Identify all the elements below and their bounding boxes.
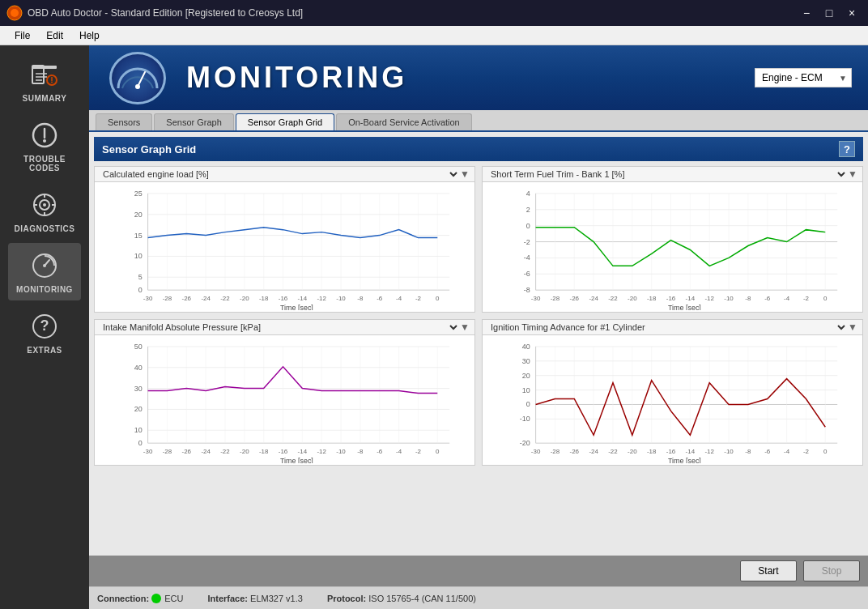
svg-text:-12: -12 — [317, 295, 326, 302]
tab-bar: Sensors Sensor Graph Sensor Graph Grid O… — [89, 110, 868, 132]
chart2-select[interactable]: Short Term Fuel Trim - Bank 1 [%] — [487, 168, 848, 180]
svg-text:-2: -2 — [803, 448, 810, 455]
svg-text:-6: -6 — [764, 295, 771, 302]
chart3-svg: 50 40 30 20 10 0 -30 -28 -26 -24 -22 — [95, 339, 474, 463]
minimize-button[interactable]: − — [797, 5, 816, 21]
svg-text:-20: -20 — [628, 448, 637, 455]
svg-text:-30: -30 — [143, 295, 153, 302]
chart3-select[interactable]: Intake Manifold Absolute Pressure [kPa] — [100, 322, 460, 333]
svg-point-22 — [43, 264, 46, 267]
tab-sensor-graph[interactable]: Sensor Graph — [154, 113, 233, 130]
svg-text:-12: -12 — [704, 448, 714, 455]
svg-text:-30: -30 — [143, 448, 153, 455]
tab-sensor-graph-grid[interactable]: Sensor Graph Grid — [236, 113, 334, 130]
svg-text:-6: -6 — [524, 270, 530, 278]
svg-text:5: 5 — [138, 273, 143, 281]
svg-text:-18: -18 — [259, 295, 269, 302]
status-bar: Connection: ECU Interface: ELM327 v1.3 P… — [89, 586, 868, 609]
svg-text:0: 0 — [436, 448, 440, 455]
svg-text:-16: -16 — [666, 295, 676, 302]
svg-text:-24: -24 — [589, 295, 598, 302]
chart3-selector[interactable]: Intake Manifold Absolute Pressure [kPa] … — [95, 320, 474, 335]
svg-text:-20: -20 — [240, 295, 249, 302]
main-layout: SUMMARY TROUBLE CODES — [0, 45, 868, 609]
interface-value: ELM327 v1.3 — [250, 594, 303, 603]
chart2-selector[interactable]: Short Term Fuel Trim - Bank 1 [%] ▼ — [483, 167, 862, 182]
svg-text:-4: -4 — [524, 253, 530, 262]
svg-text:-8: -8 — [357, 295, 364, 302]
svg-text:-22: -22 — [608, 295, 618, 302]
chart3-area: 50 40 30 20 10 0 -30 -28 -26 -24 -22 — [95, 335, 474, 465]
svg-text:0: 0 — [436, 295, 440, 302]
chart1-area: 25 20 15 10 5 0 -30 -28 -26 -24 -22 — [95, 182, 474, 312]
sidebar-item-trouble[interactable]: TROUBLE CODES — [8, 113, 81, 179]
svg-text:-16: -16 — [666, 448, 676, 455]
svg-text:-28: -28 — [551, 448, 560, 455]
ecm-dropdown[interactable]: Engine - ECM — [755, 68, 852, 87]
menu-bar: File Edit Help — [0, 26, 868, 45]
svg-text:-4: -4 — [784, 448, 790, 455]
sidebar-item-summary[interactable]: SUMMARY — [8, 52, 81, 109]
menu-edit[interactable]: Edit — [38, 28, 71, 43]
window-title: OBD Auto Doctor - Standard Edition [Regi… — [28, 7, 797, 19]
menu-file[interactable]: File — [6, 28, 38, 43]
svg-text:-10: -10 — [724, 295, 734, 302]
chart1-selector[interactable]: Calculated engine load [%] ▼ — [95, 167, 474, 182]
svg-point-26 — [135, 84, 140, 89]
svg-text:40: 40 — [522, 343, 530, 351]
svg-text:50: 50 — [134, 343, 143, 351]
svg-text:-4: -4 — [396, 448, 402, 455]
protocol-status: Protocol: ISO 15765-4 (CAN 11/500) — [327, 594, 476, 603]
svg-text:-8: -8 — [524, 286, 530, 294]
svg-text:15: 15 — [134, 232, 143, 240]
close-button[interactable]: × — [842, 5, 862, 21]
svg-point-1 — [11, 9, 19, 17]
svg-text:-22: -22 — [220, 448, 230, 455]
ecm-select-wrapper[interactable]: Engine - ECM — [755, 68, 852, 87]
chart2-area: 4 2 0 -2 -4 -6 -8 -30 -28 -26 -24 — [483, 182, 862, 312]
svg-text:-8: -8 — [745, 448, 751, 455]
svg-text:30: 30 — [134, 385, 143, 393]
chart4-dropdown-icon: ▼ — [848, 322, 857, 333]
connection-label: Connection: — [97, 594, 149, 603]
svg-text:30: 30 — [522, 357, 530, 365]
svg-text:-18: -18 — [647, 448, 657, 455]
svg-text:-26: -26 — [570, 295, 580, 302]
chart2-svg: 4 2 0 -2 -4 -6 -8 -30 -28 -26 -24 — [483, 185, 862, 310]
chart1-select[interactable]: Calculated engine load [%] — [100, 168, 460, 180]
svg-text:Time [sec]: Time [sec] — [280, 457, 313, 463]
chart4-select[interactable]: Ignition Timing Advance for #1 Cylinder — [487, 322, 848, 333]
svg-text:20: 20 — [522, 372, 530, 380]
svg-text:-10: -10 — [336, 295, 346, 302]
tab-on-board[interactable]: On-Board Service Activation — [336, 113, 472, 130]
svg-text:-6: -6 — [377, 448, 383, 455]
chart4-area: 40 30 20 10 0 -10 -20 -30 -28 -26 -24 — [483, 335, 862, 465]
sidebar-label-trouble: TROUBLE CODES — [11, 155, 78, 172]
svg-text:-2: -2 — [415, 295, 422, 302]
svg-text:-30: -30 — [531, 448, 541, 455]
chart4-selector[interactable]: Ignition Timing Advance for #1 Cylinder … — [483, 320, 862, 335]
svg-text:25: 25 — [134, 190, 143, 198]
tab-sensors[interactable]: Sensors — [96, 113, 152, 130]
svg-text:-26: -26 — [570, 448, 580, 455]
sidebar-item-monitoring[interactable]: MONITORING — [8, 243, 81, 300]
svg-point-15 — [43, 203, 46, 207]
interface-label: Interface: — [207, 594, 248, 603]
sidebar-item-diagnostics[interactable]: DIAGNOSTICS — [8, 182, 81, 240]
sidebar-label-monitoring: MONITORING — [16, 285, 73, 294]
menu-help[interactable]: Help — [71, 28, 108, 43]
svg-text:-2: -2 — [415, 448, 422, 455]
maximize-button[interactable]: □ — [819, 5, 839, 21]
svg-text:0: 0 — [138, 286, 143, 294]
start-button[interactable]: Start — [740, 560, 797, 581]
svg-text:-22: -22 — [608, 448, 618, 455]
svg-text:-14: -14 — [298, 448, 308, 455]
chart-manifold: Intake Manifold Absolute Pressure [kPa] … — [94, 319, 475, 466]
svg-text:-4: -4 — [784, 295, 790, 302]
svg-text:-8: -8 — [357, 448, 364, 455]
svg-text:20: 20 — [134, 405, 143, 413]
sidebar-item-extras[interactable]: ? EXTRAS — [8, 304, 81, 361]
svg-text:-8: -8 — [745, 295, 751, 302]
stop-button[interactable]: Stop — [803, 560, 860, 581]
panel-help-button[interactable]: ? — [839, 141, 855, 157]
